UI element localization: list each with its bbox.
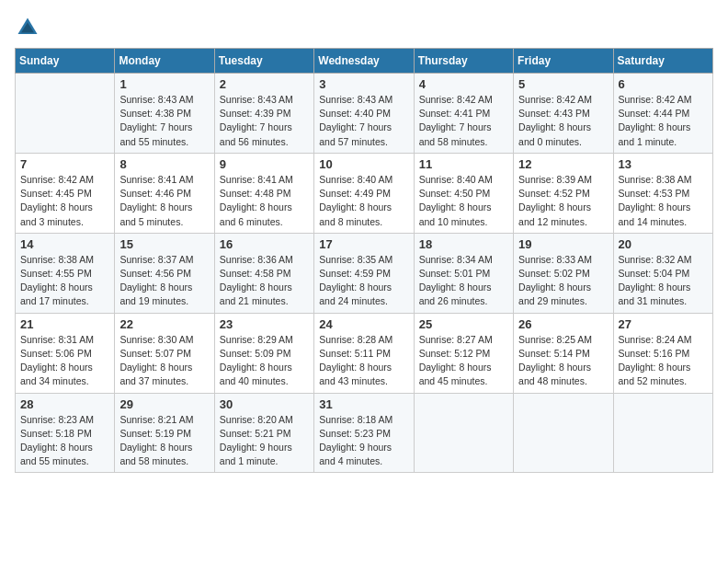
day-number: 26 xyxy=(518,317,608,331)
calendar-cell: 5 Sunrise: 8:42 AMSunset: 4:43 PMDayligh… xyxy=(514,74,613,154)
day-header-friday: Friday xyxy=(514,49,613,74)
calendar-week-row: 7 Sunrise: 8:42 AMSunset: 4:45 PMDayligh… xyxy=(16,153,713,233)
calendar-cell: 23 Sunrise: 8:29 AMSunset: 5:09 PMDaylig… xyxy=(214,313,313,393)
calendar-cell: 3 Sunrise: 8:43 AMSunset: 4:40 PMDayligh… xyxy=(314,74,414,154)
calendar-cell xyxy=(514,393,613,473)
calendar-cell: 13 Sunrise: 8:38 AMSunset: 4:53 PMDaylig… xyxy=(613,153,712,233)
calendar-cell: 18 Sunrise: 8:34 AMSunset: 5:01 PMDaylig… xyxy=(414,233,513,313)
day-number: 18 xyxy=(419,237,508,251)
calendar-week-row: 21 Sunrise: 8:31 AMSunset: 5:06 PMDaylig… xyxy=(16,313,713,393)
calendar-cell xyxy=(16,74,115,154)
calendar-cell: 10 Sunrise: 8:40 AMSunset: 4:49 PMDaylig… xyxy=(314,153,414,233)
cell-content: Sunrise: 8:20 AMSunset: 5:21 PMDaylight:… xyxy=(220,413,309,469)
day-number: 10 xyxy=(319,157,408,171)
day-number: 29 xyxy=(119,397,209,411)
cell-content: Sunrise: 8:29 AMSunset: 5:09 PMDaylight:… xyxy=(220,333,309,389)
cell-content: Sunrise: 8:38 AMSunset: 4:55 PMDaylight:… xyxy=(20,253,109,309)
cell-content: Sunrise: 8:28 AMSunset: 5:11 PMDaylight:… xyxy=(319,333,408,389)
cell-content: Sunrise: 8:39 AMSunset: 4:52 PMDaylight:… xyxy=(518,173,608,229)
cell-content: Sunrise: 8:38 AMSunset: 4:53 PMDaylight:… xyxy=(619,173,708,229)
day-number: 24 xyxy=(319,317,408,331)
day-number: 4 xyxy=(419,77,508,91)
cell-content: Sunrise: 8:41 AMSunset: 4:48 PMDaylight:… xyxy=(220,173,309,229)
day-number: 25 xyxy=(419,317,508,331)
calendar-cell: 30 Sunrise: 8:20 AMSunset: 5:21 PMDaylig… xyxy=(214,393,313,473)
cell-content: Sunrise: 8:21 AMSunset: 5:19 PMDaylight:… xyxy=(119,413,209,469)
cell-content: Sunrise: 8:37 AMSunset: 4:56 PMDaylight:… xyxy=(119,253,209,309)
cell-content: Sunrise: 8:25 AMSunset: 5:14 PMDaylight:… xyxy=(518,333,608,389)
cell-content: Sunrise: 8:23 AMSunset: 5:18 PMDaylight:… xyxy=(20,413,109,469)
calendar-cell: 22 Sunrise: 8:30 AMSunset: 5:07 PMDaylig… xyxy=(115,313,214,393)
page-header xyxy=(15,15,713,40)
day-number: 31 xyxy=(319,397,408,411)
day-number: 19 xyxy=(518,237,608,251)
cell-content: Sunrise: 8:40 AMSunset: 4:49 PMDaylight:… xyxy=(319,173,408,229)
day-number: 30 xyxy=(220,397,309,411)
calendar-cell: 16 Sunrise: 8:36 AMSunset: 4:58 PMDaylig… xyxy=(214,233,313,313)
day-number: 12 xyxy=(518,157,608,171)
calendar-header-row: SundayMondayTuesdayWednesdayThursdayFrid… xyxy=(16,49,713,74)
day-number: 3 xyxy=(319,77,408,91)
cell-content: Sunrise: 8:36 AMSunset: 4:58 PMDaylight:… xyxy=(220,253,309,309)
day-number: 7 xyxy=(20,157,109,171)
day-header-thursday: Thursday xyxy=(414,49,513,74)
cell-content: Sunrise: 8:35 AMSunset: 4:59 PMDaylight:… xyxy=(319,253,408,309)
cell-content: Sunrise: 8:32 AMSunset: 5:04 PMDaylight:… xyxy=(619,253,708,309)
calendar-cell: 26 Sunrise: 8:25 AMSunset: 5:14 PMDaylig… xyxy=(514,313,613,393)
calendar-cell: 24 Sunrise: 8:28 AMSunset: 5:11 PMDaylig… xyxy=(314,313,414,393)
calendar-cell: 17 Sunrise: 8:35 AMSunset: 4:59 PMDaylig… xyxy=(314,233,414,313)
calendar-cell xyxy=(414,393,513,473)
cell-content: Sunrise: 8:42 AMSunset: 4:43 PMDaylight:… xyxy=(518,93,608,149)
cell-content: Sunrise: 8:34 AMSunset: 5:01 PMDaylight:… xyxy=(419,253,508,309)
logo-icon xyxy=(15,15,40,40)
calendar-cell: 29 Sunrise: 8:21 AMSunset: 5:19 PMDaylig… xyxy=(115,393,214,473)
calendar-cell: 1 Sunrise: 8:43 AMSunset: 4:38 PMDayligh… xyxy=(115,74,214,154)
calendar-cell: 28 Sunrise: 8:23 AMSunset: 5:18 PMDaylig… xyxy=(16,393,115,473)
cell-content: Sunrise: 8:43 AMSunset: 4:39 PMDaylight:… xyxy=(220,93,309,149)
calendar-cell: 7 Sunrise: 8:42 AMSunset: 4:45 PMDayligh… xyxy=(16,153,115,233)
calendar-cell: 15 Sunrise: 8:37 AMSunset: 4:56 PMDaylig… xyxy=(115,233,214,313)
cell-content: Sunrise: 8:42 AMSunset: 4:45 PMDaylight:… xyxy=(20,173,109,229)
day-number: 21 xyxy=(20,317,109,331)
day-number: 17 xyxy=(319,237,408,251)
day-number: 16 xyxy=(220,237,309,251)
calendar-cell: 20 Sunrise: 8:32 AMSunset: 5:04 PMDaylig… xyxy=(613,233,712,313)
calendar-cell: 6 Sunrise: 8:42 AMSunset: 4:44 PMDayligh… xyxy=(613,74,712,154)
calendar-cell: 12 Sunrise: 8:39 AMSunset: 4:52 PMDaylig… xyxy=(514,153,613,233)
day-number: 13 xyxy=(619,157,708,171)
calendar-week-row: 1 Sunrise: 8:43 AMSunset: 4:38 PMDayligh… xyxy=(16,74,713,154)
day-number: 20 xyxy=(619,237,708,251)
calendar-cell: 19 Sunrise: 8:33 AMSunset: 5:02 PMDaylig… xyxy=(514,233,613,313)
cell-content: Sunrise: 8:43 AMSunset: 4:38 PMDaylight:… xyxy=(119,93,209,149)
calendar-cell: 9 Sunrise: 8:41 AMSunset: 4:48 PMDayligh… xyxy=(214,153,313,233)
calendar-week-row: 14 Sunrise: 8:38 AMSunset: 4:55 PMDaylig… xyxy=(16,233,713,313)
logo xyxy=(15,15,44,40)
day-header-saturday: Saturday xyxy=(613,49,712,74)
day-number: 14 xyxy=(20,237,109,251)
calendar-cell: 27 Sunrise: 8:24 AMSunset: 5:16 PMDaylig… xyxy=(613,313,712,393)
calendar-cell: 2 Sunrise: 8:43 AMSunset: 4:39 PMDayligh… xyxy=(214,74,313,154)
calendar-cell: 8 Sunrise: 8:41 AMSunset: 4:46 PMDayligh… xyxy=(115,153,214,233)
cell-content: Sunrise: 8:30 AMSunset: 5:07 PMDaylight:… xyxy=(119,333,209,389)
calendar-cell: 31 Sunrise: 8:18 AMSunset: 5:23 PMDaylig… xyxy=(314,393,414,473)
day-header-wednesday: Wednesday xyxy=(314,49,414,74)
cell-content: Sunrise: 8:40 AMSunset: 4:50 PMDaylight:… xyxy=(419,173,508,229)
cell-content: Sunrise: 8:27 AMSunset: 5:12 PMDaylight:… xyxy=(419,333,508,389)
cell-content: Sunrise: 8:41 AMSunset: 4:46 PMDaylight:… xyxy=(119,173,209,229)
day-number: 27 xyxy=(619,317,708,331)
calendar-week-row: 28 Sunrise: 8:23 AMSunset: 5:18 PMDaylig… xyxy=(16,393,713,473)
day-number: 9 xyxy=(220,157,309,171)
cell-content: Sunrise: 8:42 AMSunset: 4:44 PMDaylight:… xyxy=(619,93,708,149)
cell-content: Sunrise: 8:43 AMSunset: 4:40 PMDaylight:… xyxy=(319,93,408,149)
cell-content: Sunrise: 8:42 AMSunset: 4:41 PMDaylight:… xyxy=(419,93,508,149)
day-number: 23 xyxy=(220,317,309,331)
calendar-cell: 25 Sunrise: 8:27 AMSunset: 5:12 PMDaylig… xyxy=(414,313,513,393)
cell-content: Sunrise: 8:24 AMSunset: 5:16 PMDaylight:… xyxy=(619,333,708,389)
day-number: 1 xyxy=(119,77,209,91)
day-number: 2 xyxy=(220,77,309,91)
day-number: 5 xyxy=(518,77,608,91)
calendar-cell: 21 Sunrise: 8:31 AMSunset: 5:06 PMDaylig… xyxy=(16,313,115,393)
day-header-sunday: Sunday xyxy=(16,49,115,74)
day-number: 15 xyxy=(119,237,209,251)
day-header-monday: Monday xyxy=(115,49,214,74)
